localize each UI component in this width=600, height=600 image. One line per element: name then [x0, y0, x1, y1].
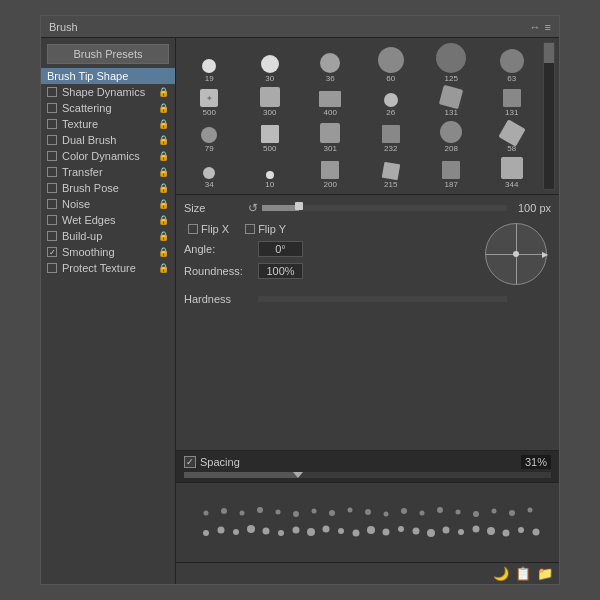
sidebar-label-brush-tip-shape: Brush Tip Shape [47, 70, 128, 82]
roundness-input[interactable] [258, 263, 303, 279]
sidebar-item-brush-tip-shape[interactable]: Brush Tip Shape [41, 68, 175, 84]
brush-cell[interactable]: 187 [422, 156, 481, 190]
angle-wheel[interactable]: ▶ [485, 223, 547, 285]
brush-cell[interactable]: 344 [483, 156, 542, 190]
spacing-slider-container [184, 472, 551, 478]
sidebar: Brush Presets Brush Tip Shape Shape Dyna… [41, 38, 176, 584]
brush-cell[interactable]: 30 [241, 42, 300, 84]
angle-row: Angle: [184, 241, 473, 257]
brush-scrollbar[interactable] [543, 42, 555, 190]
svg-point-21 [518, 527, 524, 533]
sidebar-item-texture[interactable]: Texture 🔒 [41, 116, 175, 132]
brush-cell[interactable]: 500 [241, 120, 300, 154]
sidebar-item-dual-brush[interactable]: Dual Brush 🔒 [41, 132, 175, 148]
brush-cell[interactable]: 26 [362, 86, 421, 118]
brush-presets-button[interactable]: Brush Presets [47, 44, 169, 64]
sidebar-item-wet-edges[interactable]: Wet Edges 🔒 [41, 212, 175, 228]
flip-x-check[interactable]: Flip X [188, 223, 229, 235]
brush-cell[interactable]: 215 [362, 156, 421, 190]
brush-cell[interactable]: 63 [483, 42, 542, 84]
sidebar-label-transfer: Transfer [62, 166, 103, 178]
brush-cell[interactable]: 300 [241, 86, 300, 118]
hardness-slider[interactable] [258, 296, 507, 302]
checkbox-protect-texture[interactable] [47, 263, 57, 273]
sidebar-label-brush-pose: Brush Pose [62, 182, 119, 194]
sidebar-label-shape-dynamics: Shape Dynamics [62, 86, 145, 98]
svg-point-41 [528, 507, 533, 512]
brush-cell[interactable]: 131 [422, 86, 481, 118]
brush-presets-grid: 19 30 36 60 125 [176, 38, 559, 195]
reset-icon[interactable]: ↺ [248, 201, 258, 215]
brush-cell[interactable]: 19 [180, 42, 239, 84]
checkbox-wet-edges[interactable] [47, 215, 57, 225]
angle-input[interactable] [258, 241, 303, 257]
sidebar-item-noise[interactable]: Noise 🔒 [41, 196, 175, 212]
svg-point-10 [353, 529, 360, 536]
checkbox-texture[interactable] [47, 119, 57, 129]
flip-row: Flip X Flip Y [188, 223, 473, 235]
brush-cell[interactable]: ✦ 500 [180, 86, 239, 118]
checkbox-smoothing[interactable]: ✓ [47, 247, 57, 257]
params-col: Flip X Flip Y Angle: [184, 219, 473, 289]
sidebar-item-protect-texture[interactable]: Protect Texture 🔒 [41, 260, 175, 276]
brush-cell[interactable]: 36 [301, 42, 360, 84]
checkbox-shape-dynamics[interactable] [47, 87, 57, 97]
checkbox-noise[interactable] [47, 199, 57, 209]
brush-cell[interactable]: 232 [362, 120, 421, 154]
svg-point-34 [401, 508, 407, 514]
checkbox-color-dynamics[interactable] [47, 151, 57, 161]
spacing-section: ✓ Spacing 31% [176, 450, 559, 482]
sidebar-label-protect-texture: Protect Texture [62, 262, 136, 274]
sidebar-item-color-dynamics[interactable]: Color Dynamics 🔒 [41, 148, 175, 164]
main-area: 19 30 36 60 125 [176, 38, 559, 584]
sidebar-item-scattering[interactable]: Scattering 🔒 [41, 100, 175, 116]
bottom-icon-3[interactable]: 📁 [537, 566, 553, 581]
svg-point-4 [263, 527, 270, 534]
checkbox-scattering[interactable] [47, 103, 57, 113]
size-slider[interactable] [262, 205, 507, 211]
brush-cell[interactable]: 34 [180, 156, 239, 190]
spacing-value: 31% [521, 455, 551, 469]
svg-point-25 [240, 510, 245, 515]
checkbox-build-up[interactable] [47, 231, 57, 241]
svg-point-33 [384, 511, 389, 516]
svg-point-22 [533, 528, 540, 535]
lock-icon-brush-pose: 🔒 [158, 183, 169, 193]
bottom-icon-2[interactable]: 📋 [515, 566, 531, 581]
roundness-row: Roundness: [184, 263, 473, 279]
sidebar-item-smoothing[interactable]: ✓ Smoothing 🔒 [41, 244, 175, 260]
sidebar-item-brush-pose[interactable]: Brush Pose 🔒 [41, 180, 175, 196]
brush-cell[interactable]: 208 [422, 120, 481, 154]
flip-y-checkbox[interactable] [245, 224, 255, 234]
flip-x-checkbox[interactable] [188, 224, 198, 234]
brush-cell[interactable]: 79 [180, 120, 239, 154]
brush-cell[interactable]: 58 [483, 120, 542, 154]
checkbox-brush-pose[interactable] [47, 183, 57, 193]
brush-cell[interactable]: 10 [241, 156, 300, 190]
brush-cell[interactable]: 400 [301, 86, 360, 118]
sidebar-item-shape-dynamics[interactable]: Shape Dynamics 🔒 [41, 84, 175, 100]
sidebar-item-build-up[interactable]: Build-up 🔒 [41, 228, 175, 244]
spacing-checkbox[interactable]: ✓ [184, 456, 196, 468]
flip-y-check[interactable]: Flip Y [245, 223, 286, 235]
checkbox-transfer[interactable] [47, 167, 57, 177]
angle-roundness-row: Flip X Flip Y Angle: [184, 219, 551, 289]
panel-menu-icon[interactable]: ≡ [545, 21, 551, 33]
brush-cell[interactable]: 200 [301, 156, 360, 190]
brush-panel: Brush ↔ ≡ Brush Presets Brush Tip Shape … [40, 15, 560, 585]
brush-cell[interactable]: 131 [483, 86, 542, 118]
spacing-slider-track[interactable] [184, 472, 551, 478]
checkbox-dual-brush[interactable] [47, 135, 57, 145]
bottom-bar: 🌙 📋 📁 [176, 562, 559, 584]
bottom-icon-1[interactable]: 🌙 [493, 566, 509, 581]
brush-cell[interactable]: 60 [362, 42, 421, 84]
hardness-row: Hardness [184, 293, 551, 305]
svg-point-7 [307, 528, 315, 536]
brush-preview-svg [176, 488, 559, 558]
sidebar-item-transfer[interactable]: Transfer 🔒 [41, 164, 175, 180]
wheel-center-dot [513, 251, 519, 257]
lock-icon-color-dynamics: 🔒 [158, 151, 169, 161]
brush-cell[interactable]: 301 [301, 120, 360, 154]
panel-resize-icon[interactable]: ↔ [530, 21, 541, 33]
brush-cell[interactable]: 125 [422, 42, 481, 84]
